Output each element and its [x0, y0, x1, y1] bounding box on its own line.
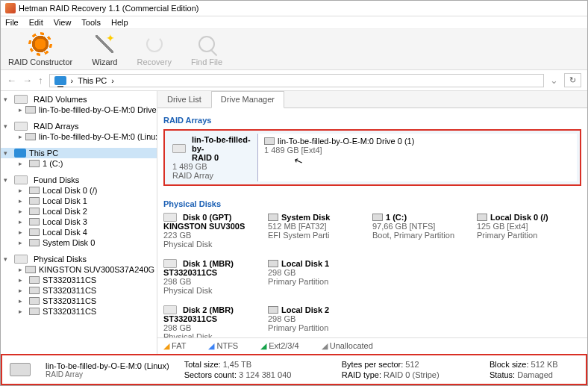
nav-bar: ← → ↑ › This PC › ⌄ ↻: [1, 70, 587, 91]
section-physical-disks: Physical Disks: [163, 199, 581, 208]
tree-kingston[interactable]: KINGSTON SUV300S37A240G: [1, 264, 157, 275]
tree-found-disks[interactable]: Found Disks: [1, 175, 157, 185]
tree-system-disk-0[interactable]: System Disk 0: [1, 237, 157, 248]
tree-raid-arrays[interactable]: RAID Arrays: [1, 121, 157, 131]
hdd-icon: [163, 213, 177, 222]
tree-local-disk-4[interactable]: Local Disk 4: [1, 227, 157, 237]
disk-partition[interactable]: System Disk512 MB [FAT32]EFI System Part…: [268, 213, 365, 249]
volume-icon: [477, 214, 487, 221]
status-drive-icon: [10, 363, 31, 376]
volumes-icon: [14, 95, 28, 104]
tree-raid-volumes[interactable]: RAID Volumes: [1, 94, 157, 105]
raid-constructor-button[interactable]: RAID Constructor: [8, 32, 72, 66]
status-name: lin-To-be-filled-by-O-E-M:0 (Linux): [46, 361, 169, 370]
tree-local-disk-3[interactable]: Local Disk 3: [1, 217, 157, 227]
disk-partition[interactable]: 1 (C:)97,66 GB [NTFS]Boot, Primary Parti…: [372, 213, 469, 249]
tree-local-disk-2[interactable]: Local Disk 2: [1, 206, 157, 217]
hdd-icon: [163, 259, 177, 268]
raid-partition-name: lin-To-be-filled-by-O-E-M:0 Drive 0 (1): [278, 137, 414, 146]
menu-bar: File Edit View Tools Help: [1, 16, 587, 29]
menu-file[interactable]: File: [5, 18, 19, 27]
gear-icon: [31, 34, 50, 54]
breadcrumb-path: This PC: [78, 76, 107, 85]
recovery-button: Recovery: [137, 32, 171, 66]
volume-icon: [264, 137, 275, 145]
status-bytes-per-sector: 512: [405, 360, 419, 369]
hdd-icon: [163, 305, 177, 314]
tree-local-disk-1[interactable]: Local Disk 1: [1, 196, 157, 206]
tree-st4[interactable]: ST3320311CS: [1, 306, 157, 317]
tree-this-pc[interactable]: This PC: [1, 148, 157, 158]
wand-icon: [96, 35, 113, 53]
raid-constructor-label: RAID Constructor: [8, 57, 72, 66]
menu-edit[interactable]: Edit: [29, 18, 43, 27]
tab-drive-list[interactable]: Drive List: [157, 91, 211, 108]
tree-st3[interactable]: ST3320311CS: [1, 296, 157, 306]
hdd-icon: [172, 144, 186, 153]
drive-icon: [25, 133, 36, 140]
legend-ntfs: NTFS: [208, 341, 238, 351]
volume-icon: [268, 306, 278, 314]
window-title-bar: Hetman RAID Recovery 1.1 (Commercial Edi…: [1, 1, 587, 16]
volume-icon: [372, 214, 383, 221]
status-total-size: 1,45 TB: [223, 360, 251, 369]
status-block-size: 512 KB: [531, 360, 558, 369]
disk-partition[interactable]: Local Disk 2298 GBPrimary Partition: [268, 305, 365, 337]
find-file-button: Find File: [191, 32, 222, 66]
wizard-label: Wizard: [92, 57, 117, 66]
status-value: Damaged: [517, 370, 553, 379]
tabs: Drive List Drive Manager: [157, 91, 587, 108]
pc-icon: [54, 76, 66, 85]
legend-ext: Ext2/3/4: [260, 341, 298, 351]
tree-st1[interactable]: ST3320311CS: [1, 275, 157, 285]
disk-header[interactable]: Disk 1 (MBR)ST3320311CS298 GBPhysical Di…: [163, 259, 260, 295]
disk-header[interactable]: Disk 2 (MBR)ST3320311CS298 GBPhysical Di…: [163, 305, 260, 337]
disk-partition[interactable]: Local Disk 0 (/)125 GB [Ext4]Primary Par…: [477, 213, 574, 249]
volume-icon: [268, 260, 278, 267]
disk-partition[interactable]: Local Disk 1298 GBPrimary Partition: [268, 259, 365, 295]
content-pane: Drive List Drive Manager RAID Arrays lin…: [157, 91, 587, 354]
status-kind: RAID Array: [46, 370, 169, 379]
refresh-button[interactable]: ↻: [564, 73, 581, 87]
nav-forward-icon[interactable]: →: [22, 75, 32, 86]
legend-unallocated: Unallocated: [322, 341, 373, 351]
menu-tools[interactable]: Tools: [81, 18, 101, 27]
raid-array-box[interactable]: lin-To-be-filled-by-RAID 0 1 489 GB RAID…: [163, 129, 581, 186]
pc-icon: [14, 149, 26, 158]
tab-drive-manager[interactable]: Drive Manager: [211, 91, 284, 108]
find-file-label: Find File: [191, 57, 222, 66]
tree-physical-disks[interactable]: Physical Disks: [1, 254, 157, 264]
status-raid-type: RAID 0 (Stripe): [384, 370, 440, 379]
menu-view[interactable]: View: [54, 18, 72, 27]
volume-icon: [268, 214, 278, 221]
tree-raid-array-item[interactable]: lin-To-be-filled-by-O-E-M:0 (Linux): [1, 131, 157, 142]
wizard-button[interactable]: Wizard: [92, 32, 117, 66]
tree-local-disk-0[interactable]: Local Disk 0 (/): [1, 185, 157, 196]
legend-fat: FAT: [163, 341, 186, 351]
menu-help[interactable]: Help: [111, 18, 128, 27]
nav-back-icon[interactable]: ←: [7, 75, 16, 86]
status-sectors: 3 124 381 040: [239, 370, 291, 379]
drive-icon: [29, 160, 40, 167]
found-icon: [14, 175, 28, 184]
legend: FAT NTFS Ext2/3/4 Unallocated: [157, 337, 587, 354]
disk-header[interactable]: Disk 0 (GPT)KINGSTON SUV300S223 GBPhysic…: [163, 213, 260, 249]
nav-up-icon[interactable]: ↑: [38, 75, 43, 86]
window-title: Hetman RAID Recovery 1.1 (Commercial Edi…: [19, 4, 198, 13]
nav-dropdown-icon[interactable]: ⌄: [550, 75, 558, 86]
section-raid-arrays: RAID Arrays: [163, 116, 581, 125]
toolbar: RAID Constructor Wizard Recovery Find Fi…: [1, 29, 587, 70]
drive-icon: [25, 106, 36, 113]
status-bar: lin-To-be-filled-by-O-E-M:0 (Linux) RAID…: [1, 354, 587, 385]
arrays-icon: [14, 122, 28, 131]
recovery-label: Recovery: [137, 57, 171, 66]
sidebar: RAID Volumes lin-To-be-filled-by-O-E-M:0…: [1, 91, 157, 354]
app-icon: [5, 3, 16, 13]
breadcrumb[interactable]: › This PC ›: [49, 74, 545, 87]
tree-c-drive[interactable]: 1 (C:): [1, 158, 157, 169]
tree-st2[interactable]: ST3320311CS: [1, 285, 157, 296]
recovery-icon: [146, 36, 163, 52]
tree-raid-volume-item[interactable]: lin-To-be-filled-by-O-E-M:0 Drive 0: [1, 105, 157, 115]
magnifier-icon: [198, 36, 215, 52]
